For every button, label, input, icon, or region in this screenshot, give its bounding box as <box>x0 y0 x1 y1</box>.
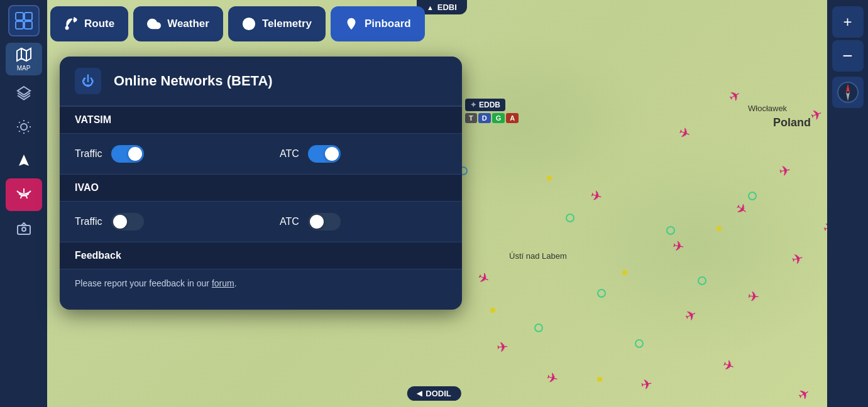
plane-icon: ✈ <box>676 124 693 144</box>
modal-title: Online Networks (BETA) <box>114 73 273 89</box>
plane-icon: ✈ <box>808 106 825 125</box>
feedback-section: Please report your feedback in our forum… <box>60 269 462 297</box>
plane-icon: ✈ <box>726 86 744 106</box>
svg-rect-3 <box>25 21 32 29</box>
plane-icon: ✈ <box>496 339 508 355</box>
svg-rect-1 <box>25 13 32 20</box>
plane-icon: ✈ <box>545 369 560 388</box>
logo-icon <box>14 11 33 30</box>
waypoint-dot <box>635 339 644 348</box>
map-label-wloclawek: Włocławek <box>748 104 787 113</box>
weather-button[interactable]: Weather <box>133 6 223 41</box>
waypoint-dot <box>698 276 706 285</box>
vatsim-atc-track <box>308 145 341 163</box>
compass-icon <box>837 81 859 104</box>
sidebar-item-navigation[interactable] <box>6 144 42 177</box>
plane-icon: ✈ <box>747 288 760 305</box>
vatsim-traffic-toggle[interactable] <box>111 145 144 163</box>
zoom-in-button[interactable]: + <box>832 6 864 38</box>
yellow-dot <box>490 308 495 313</box>
layers-icon <box>16 85 31 100</box>
route-label: Route <box>84 18 114 30</box>
svg-marker-4 <box>17 48 31 61</box>
route-button[interactable]: Route <box>50 6 128 41</box>
sidebar-item-brightness[interactable] <box>6 111 42 143</box>
pinboard-button[interactable]: Pinboard <box>331 6 425 41</box>
telemetry-button[interactable]: Telemetry <box>228 6 326 41</box>
modal-header: ⏻ Online Networks (BETA) <box>60 57 462 106</box>
ivao-traffic-group: Traffic <box>75 213 242 231</box>
map-icon <box>16 47 31 62</box>
waypoint-dot <box>566 214 574 222</box>
svg-point-20 <box>22 227 26 231</box>
eddb-badge: ✦ EDDB <box>465 99 505 111</box>
vatsim-traffic-label: Traffic <box>75 148 102 160</box>
plane-icon: ✈ <box>732 199 750 219</box>
ivao-toggle-row: Traffic ATC <box>60 202 462 242</box>
sidebar-logo[interactable] <box>8 5 40 36</box>
feedback-forum-link[interactable]: forum <box>212 278 234 288</box>
waypoint-dot <box>534 323 543 332</box>
zoom-out-icon: − <box>842 46 852 66</box>
vatsim-atc-group: ATC <box>280 145 447 163</box>
svg-marker-17 <box>19 155 29 166</box>
waypoint-dot <box>666 226 675 235</box>
online-icon <box>16 187 31 202</box>
ivao-traffic-toggle[interactable] <box>111 213 144 231</box>
brightness-icon <box>16 119 31 134</box>
compass-button[interactable] <box>832 77 864 108</box>
sidebar-item-camera[interactable] <box>6 212 42 245</box>
ivao-traffic-thumb <box>113 215 127 229</box>
sidebar: MAP <box>0 0 47 407</box>
vatsim-traffic-track <box>111 145 144 163</box>
camera-icon <box>16 221 31 236</box>
feedback-text-after: . <box>234 278 237 288</box>
plane-icon: ✈ <box>720 357 737 376</box>
yellow-dot <box>597 377 602 382</box>
yellow-dot <box>547 176 552 181</box>
sidebar-item-online[interactable] <box>6 178 42 211</box>
pinboard-icon <box>344 17 358 31</box>
plane-icon: ✈ <box>682 306 699 325</box>
svg-line-12 <box>28 131 28 131</box>
vatsim-traffic-group: Traffic <box>75 145 242 163</box>
ivao-atc-label: ATC <box>280 216 299 227</box>
vatsim-atc-label: ATC <box>280 148 299 160</box>
weather-icon <box>147 17 161 31</box>
route-icon <box>64 17 78 31</box>
top-nav: Route Weather Telemetry Pinboard <box>50 6 425 41</box>
feedback-text: Please report your feedback in our forum… <box>75 278 447 288</box>
vatsim-toggle-row: Traffic ATC <box>60 134 462 174</box>
ivao-atc-group: ATC <box>280 213 447 231</box>
right-controls: + − <box>827 0 868 407</box>
plane-icon: ✈ <box>475 268 492 288</box>
ivao-atc-toggle[interactable] <box>308 213 341 231</box>
svg-rect-2 <box>16 21 23 29</box>
plane-icon: ✈ <box>671 238 685 256</box>
telemetry-label: Telemetry <box>262 18 312 30</box>
online-networks-modal: ⏻ Online Networks (BETA) VATSIM Traffic … <box>60 57 462 310</box>
svg-line-16 <box>28 122 28 122</box>
zoom-out-button[interactable]: − <box>832 40 864 72</box>
svg-rect-0 <box>16 13 23 20</box>
sidebar-map-label: MAP <box>17 65 31 72</box>
telemetry-icon <box>242 17 256 31</box>
map-label-poland: Poland <box>773 116 811 129</box>
pinboard-label: Pinboard <box>365 18 411 30</box>
feedback-section-header: Feedback <box>60 242 462 269</box>
sidebar-item-map[interactable]: MAP <box>6 43 42 75</box>
plane-icon: ✈ <box>795 384 813 404</box>
plane-icon: ✈ <box>778 163 792 181</box>
svg-line-15 <box>19 131 19 131</box>
ivao-traffic-track <box>111 213 144 231</box>
waypoint-dot <box>748 192 757 200</box>
map-label-usti: Ústí nad Labem <box>509 251 567 261</box>
yellow-dot <box>717 226 722 231</box>
bottom-waypoint: ◀ DODIL <box>407 386 461 401</box>
eddb-tabs: T D G A <box>465 113 519 123</box>
vatsim-atc-toggle[interactable] <box>308 145 341 163</box>
power-button[interactable]: ⏻ <box>75 68 101 94</box>
sidebar-item-layers[interactable] <box>6 77 42 109</box>
zoom-in-icon: + <box>843 13 852 31</box>
yellow-dot <box>622 270 627 275</box>
